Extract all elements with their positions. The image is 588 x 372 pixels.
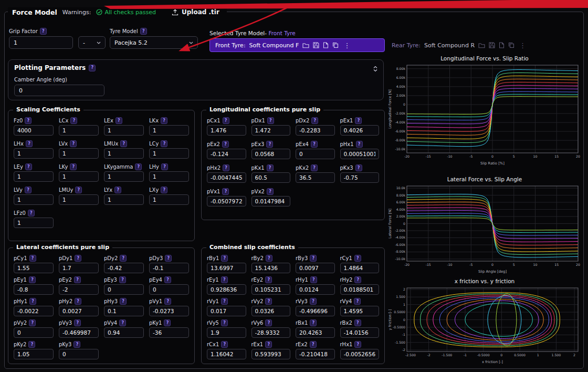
help-badge[interactable]: ? bbox=[114, 187, 121, 193]
front-tyre-row[interactable]: Front Tyre: Soft Compound F ⋮ bbox=[209, 38, 385, 52]
help-badge[interactable]: ? bbox=[221, 319, 228, 326]
help-badge[interactable]: ? bbox=[267, 117, 274, 124]
help-badge[interactable]: ? bbox=[310, 298, 317, 305]
param-input[interactable] bbox=[14, 194, 54, 205]
help-badge[interactable]: ? bbox=[28, 210, 35, 216]
param-input[interactable] bbox=[207, 149, 246, 159]
param-input[interactable] bbox=[14, 218, 54, 228]
help-badge[interactable]: ? bbox=[120, 255, 127, 262]
help-badge[interactable]: ? bbox=[311, 141, 318, 148]
file-icon[interactable] bbox=[323, 42, 329, 48]
param-input[interactable] bbox=[59, 284, 99, 295]
help-badge[interactable]: ? bbox=[29, 276, 36, 283]
help-badge[interactable]: ? bbox=[75, 298, 81, 305]
help-badge[interactable]: ? bbox=[266, 255, 272, 262]
help-badge[interactable]: ? bbox=[119, 276, 126, 283]
param-input[interactable] bbox=[296, 125, 335, 136]
param-input[interactable] bbox=[340, 327, 380, 338]
param-input[interactable] bbox=[296, 149, 335, 159]
param-input[interactable] bbox=[59, 349, 99, 359]
help-badge[interactable]: ? bbox=[120, 298, 127, 305]
param-input[interactable] bbox=[207, 327, 246, 338]
param-input[interactable] bbox=[104, 327, 144, 338]
help-badge[interactable]: ? bbox=[164, 276, 171, 283]
help-badge[interactable]: ? bbox=[223, 117, 229, 124]
param-input[interactable] bbox=[14, 284, 54, 295]
rear-tyre-row[interactable]: Rear Tyre: Soft Compound R ⋮ bbox=[392, 39, 527, 51]
help-badge[interactable]: ? bbox=[223, 164, 229, 171]
param-input[interactable] bbox=[251, 263, 291, 273]
help-badge[interactable]: ? bbox=[40, 28, 47, 35]
help-badge[interactable]: ? bbox=[356, 141, 363, 148]
param-input[interactable] bbox=[104, 148, 144, 159]
param-input[interactable] bbox=[207, 284, 246, 295]
help-badge[interactable]: ? bbox=[161, 187, 167, 193]
help-badge[interactable]: ? bbox=[164, 298, 171, 305]
help-badge[interactable]: ? bbox=[265, 298, 272, 305]
duplicate-icon[interactable] bbox=[508, 42, 514, 48]
param-input[interactable] bbox=[14, 125, 54, 136]
param-input[interactable] bbox=[14, 327, 54, 338]
help-badge[interactable]: ? bbox=[70, 117, 77, 124]
help-badge[interactable]: ? bbox=[265, 276, 272, 283]
param-input[interactable] bbox=[59, 148, 99, 159]
help-badge[interactable]: ? bbox=[70, 140, 77, 147]
help-badge[interactable]: ? bbox=[161, 117, 167, 124]
help-badge[interactable]: ? bbox=[265, 341, 272, 348]
help-badge[interactable]: ? bbox=[354, 276, 361, 283]
param-input[interactable] bbox=[251, 327, 291, 338]
upload-tir-button[interactable]: Upload .tir bbox=[169, 8, 223, 16]
param-input[interactable] bbox=[59, 171, 99, 182]
help-badge[interactable]: ? bbox=[222, 141, 229, 148]
param-input[interactable] bbox=[149, 263, 189, 273]
param-input[interactable] bbox=[340, 306, 380, 316]
param-input[interactable] bbox=[149, 327, 189, 338]
help-badge[interactable]: ? bbox=[74, 341, 80, 348]
param-input[interactable] bbox=[251, 306, 291, 316]
param-input[interactable] bbox=[149, 194, 189, 205]
param-input[interactable] bbox=[14, 349, 54, 359]
help-badge[interactable]: ? bbox=[310, 276, 317, 283]
help-badge[interactable]: ? bbox=[29, 255, 36, 262]
help-badge[interactable]: ? bbox=[25, 117, 32, 124]
param-input[interactable] bbox=[296, 327, 335, 338]
param-input[interactable] bbox=[104, 263, 144, 273]
help-badge[interactable]: ? bbox=[119, 319, 126, 326]
param-input[interactable] bbox=[59, 194, 99, 205]
help-badge[interactable]: ? bbox=[75, 255, 81, 262]
param-input[interactable] bbox=[59, 263, 99, 273]
param-input[interactable] bbox=[149, 284, 189, 295]
help-badge[interactable]: ? bbox=[267, 188, 274, 195]
param-input[interactable] bbox=[340, 172, 380, 183]
param-input[interactable] bbox=[251, 172, 291, 183]
kebab-menu-icon[interactable]: ⋮ bbox=[342, 42, 351, 49]
param-input[interactable] bbox=[59, 327, 99, 338]
param-input[interactable] bbox=[340, 263, 380, 273]
help-badge[interactable]: ? bbox=[140, 28, 147, 35]
help-badge[interactable]: ? bbox=[120, 140, 127, 147]
help-badge[interactable]: ? bbox=[135, 163, 142, 170]
param-input[interactable] bbox=[296, 284, 335, 295]
param-input[interactable] bbox=[340, 125, 380, 136]
param-input[interactable] bbox=[104, 284, 144, 295]
help-badge[interactable]: ? bbox=[221, 255, 228, 262]
help-badge[interactable]: ? bbox=[355, 164, 362, 171]
param-input[interactable] bbox=[149, 125, 189, 136]
unfold-icon[interactable] bbox=[373, 64, 378, 74]
param-input[interactable] bbox=[296, 349, 335, 359]
param-input[interactable] bbox=[59, 306, 99, 316]
help-badge[interactable]: ? bbox=[161, 163, 168, 170]
help-badge[interactable]: ? bbox=[221, 298, 228, 305]
param-input[interactable] bbox=[207, 125, 246, 136]
param-input[interactable] bbox=[149, 306, 189, 316]
help-badge[interactable]: ? bbox=[165, 255, 172, 262]
param-input[interactable] bbox=[207, 263, 246, 273]
param-input[interactable] bbox=[251, 349, 291, 359]
param-input[interactable] bbox=[104, 125, 144, 136]
help-badge[interactable]: ? bbox=[310, 319, 317, 326]
param-input[interactable] bbox=[149, 148, 189, 159]
help-badge[interactable]: ? bbox=[221, 341, 228, 348]
param-input[interactable] bbox=[14, 263, 54, 273]
help-badge[interactable]: ? bbox=[354, 255, 361, 262]
help-badge[interactable]: ? bbox=[311, 117, 318, 124]
